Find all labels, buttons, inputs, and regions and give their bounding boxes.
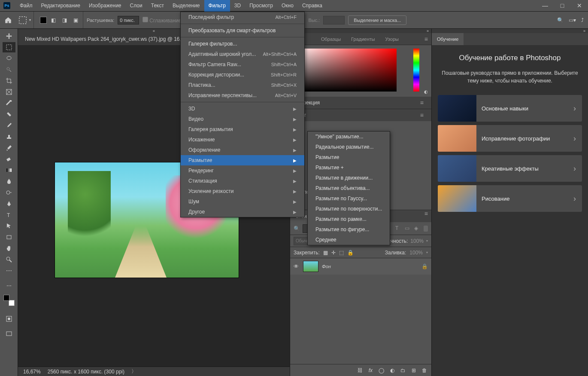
correction-panel-header[interactable]: Коррекция≡ <box>290 97 431 109</box>
more-tools[interactable]: ⋯ <box>3 266 15 276</box>
eraser-tool[interactable] <box>3 154 15 164</box>
menu-file[interactable]: Файл <box>15 0 37 12</box>
blur-blur[interactable]: Размытие <box>308 152 390 162</box>
filter-type-icon[interactable]: T <box>395 225 402 232</box>
opacity-value[interactable]: 100% <box>410 238 424 244</box>
selection-subtract-icon[interactable]: ◨ <box>60 15 69 25</box>
tab-learn[interactable]: Обучение <box>432 33 464 45</box>
blur-surface[interactable]: Размытие по поверхности... <box>308 204 390 214</box>
menu-camera-raw-filter[interactable]: Фильтр Camera Raw...Shift+Ctrl+A <box>181 59 304 70</box>
layer-name[interactable]: Фон <box>322 264 331 269</box>
submenu-3d[interactable]: 3D▶ <box>181 104 304 114</box>
submenu-other[interactable]: Другое▶ <box>181 207 304 217</box>
link-layers-icon[interactable]: ⛓ <box>358 367 363 373</box>
layer-mask-icon[interactable]: ◯ <box>379 367 384 373</box>
blur-radial[interactable]: Радиальное размытие... <box>308 142 390 152</box>
lock-pixels-icon[interactable]: ▦ <box>323 250 328 256</box>
blur-lens[interactable]: Размытие объектива... <box>308 183 390 193</box>
frame-tool[interactable] <box>3 87 15 97</box>
search-icon[interactable]: 🔍 <box>557 17 564 23</box>
menu-edit[interactable]: Редактирование <box>37 0 85 12</box>
layer-row-background[interactable]: 👁 Фон 🔒 <box>290 258 431 275</box>
zoom-tool[interactable] <box>3 254 15 265</box>
menu-help[interactable]: Справка <box>298 0 327 12</box>
selection-new-icon[interactable] <box>40 17 47 24</box>
lock-position-icon[interactable]: ✛ <box>331 250 336 256</box>
selection-add-icon[interactable]: ◧ <box>48 15 58 25</box>
feather-input[interactable] <box>118 16 139 24</box>
blur-average[interactable]: Среднее <box>308 235 390 245</box>
brush-tool[interactable] <box>3 120 15 131</box>
tab-swatches[interactable]: Образцы <box>316 33 346 45</box>
submenu-video[interactable]: Видео▶ <box>181 114 304 124</box>
blur-more[interactable]: Размытие + <box>308 162 390 173</box>
share-icon[interactable]: ⤴ <box>581 17 584 23</box>
hue-slider[interactable] <box>413 49 419 92</box>
blur-motion[interactable]: Размытие в движении... <box>308 173 390 183</box>
pen-tool[interactable] <box>3 199 15 209</box>
submenu-blur-gallery[interactable]: Галерея размытия▶ <box>181 124 304 135</box>
selection-intersect-icon[interactable]: ▣ <box>71 15 80 25</box>
menu-vanishing-point[interactable]: Исправление перспективы...Alt+Ctrl+V <box>181 90 304 101</box>
menu-view[interactable]: Просмотр <box>245 0 277 12</box>
rectangle-tool[interactable] <box>3 232 15 242</box>
group-icon[interactable]: 🗀 <box>400 367 406 373</box>
workspace-icon[interactable]: ▭▾ <box>569 17 576 23</box>
height-input[interactable] <box>323 16 345 24</box>
stamp-tool[interactable] <box>3 131 15 142</box>
move-tool[interactable] <box>3 31 15 41</box>
select-and-mask-button[interactable]: Выделение и маска... <box>348 15 406 25</box>
delete-layer-icon[interactable]: 🗑 <box>422 367 427 373</box>
blur-shape[interactable]: Размытие по фигуре... <box>308 224 390 235</box>
lock-all-icon[interactable]: 🔒 <box>347 250 354 256</box>
submenu-pixelate[interactable]: Оформление▶ <box>181 145 304 155</box>
zoom-level[interactable]: 16,67% <box>23 369 41 375</box>
tab-gradients[interactable]: Градиенты <box>346 33 380 45</box>
home-icon[interactable] <box>4 16 12 24</box>
menu-text[interactable]: Текст <box>147 0 168 12</box>
submenu-stylize[interactable]: Стилизация▶ <box>181 176 304 186</box>
learn-card-photo-fix[interactable]: Исправление фотографии› <box>438 125 582 152</box>
marquee-tool[interactable] <box>3 42 15 52</box>
dodge-tool[interactable] <box>3 187 15 198</box>
learn-card-creative[interactable]: Креативные эффекты› <box>438 155 582 182</box>
menu-layers[interactable]: Слои <box>126 0 147 12</box>
learn-card-drawing[interactable]: Рисование› <box>438 185 582 212</box>
quick-mask-toggle[interactable] <box>3 314 15 324</box>
panel-menu-icon[interactable]: ≡ <box>421 36 431 43</box>
submenu-noise[interactable]: Шум▶ <box>181 196 304 207</box>
path-select-tool[interactable] <box>3 221 15 231</box>
layers-menu-icon[interactable]: ≡ <box>421 210 431 222</box>
menu-liquify[interactable]: Пластика...Shift+Ctrl+X <box>181 80 304 90</box>
blur-smart[interactable]: "Умное" размытие... <box>308 131 390 142</box>
antialias-checkbox[interactable]: Сглаживание <box>142 17 181 24</box>
healing-tool[interactable] <box>3 109 15 119</box>
menu-3d[interactable]: 3D <box>230 0 245 12</box>
blur-gaussian[interactable]: Размытие по Гауссу... <box>308 193 390 204</box>
hand-tool[interactable] <box>3 243 15 254</box>
submenu-blur[interactable]: Размытие▶ <box>181 155 304 165</box>
bw-swatch-icon[interactable]: ◐ <box>424 89 428 94</box>
type-tool[interactable]: T <box>3 210 15 220</box>
filter-toggle[interactable] <box>424 226 428 232</box>
submenu-distort[interactable]: Искажение▶ <box>181 135 304 145</box>
new-layer-icon[interactable]: ⊞ <box>412 367 416 373</box>
filter-shape-icon[interactable]: ▭ <box>405 225 412 232</box>
crop-tool[interactable] <box>3 76 15 86</box>
gradient-tool[interactable] <box>3 165 15 175</box>
collapse-strip[interactable]: » <box>290 29 431 33</box>
menu-select[interactable]: Выделение <box>168 0 204 12</box>
menu-filter-gallery[interactable]: Галерея фильтров... <box>181 39 304 49</box>
layer-thumbnail[interactable] <box>303 261 318 272</box>
quick-select-tool[interactable] <box>3 64 15 75</box>
minimize-button[interactable]: — <box>536 0 554 12</box>
menu-filter[interactable]: Фильтр <box>204 0 230 12</box>
lasso-tool[interactable] <box>3 53 15 64</box>
menu-lens-correction[interactable]: Коррекция дисторсии...Shift+Ctrl+R <box>181 70 304 80</box>
tab-patterns[interactable]: Узоры <box>380 33 404 45</box>
submenu-render[interactable]: Рендеринг▶ <box>181 165 304 176</box>
close-button[interactable]: ✕ <box>571 0 588 12</box>
blur-box[interactable]: Размытие по рамке... <box>308 214 390 224</box>
menu-window[interactable]: Окно <box>277 0 298 12</box>
history-brush-tool[interactable] <box>3 143 15 153</box>
